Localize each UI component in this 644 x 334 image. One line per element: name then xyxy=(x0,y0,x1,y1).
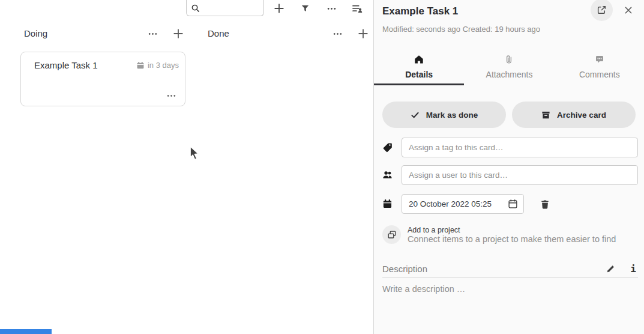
card-actions: Mark as done Archive card xyxy=(382,102,636,128)
app-window: Doing Done Example Task 1 in 3 days Exam… xyxy=(0,0,644,334)
panel-title: Example Task 1 xyxy=(382,5,458,17)
column-title-done: Done xyxy=(208,28,229,38)
search-icon xyxy=(191,4,200,13)
add-card-toolbar-button[interactable] xyxy=(272,1,286,16)
project-stack-icon xyxy=(382,225,401,244)
paperclip-icon xyxy=(504,55,514,64)
bottom-blue-bar xyxy=(0,329,52,334)
column-doing-menu-button[interactable] xyxy=(145,26,160,41)
card-title: Example Task 1 xyxy=(34,60,98,70)
info-icon: i xyxy=(630,263,636,275)
description-placeholder[interactable]: Write a description … xyxy=(382,284,465,294)
tag-icon xyxy=(382,142,402,153)
tab-details-label: Details xyxy=(405,70,433,79)
user-row xyxy=(382,165,638,185)
popout-icon xyxy=(597,5,607,15)
remove-due-date-button[interactable] xyxy=(538,198,552,211)
tab-comments[interactable]: Comments xyxy=(555,50,644,85)
add-to-project-title: Add to a project xyxy=(408,226,616,234)
calendar-icon xyxy=(382,199,402,209)
archive-icon xyxy=(541,111,550,120)
card-menu-button[interactable] xyxy=(164,90,178,101)
close-icon xyxy=(624,5,633,15)
column-done-add-button[interactable] xyxy=(355,26,371,41)
add-to-project-subtitle: Connect items to a project to make them … xyxy=(408,234,616,244)
assignee-list-icon[interactable] xyxy=(350,1,364,16)
pencil-icon xyxy=(606,264,615,273)
home-icon xyxy=(414,55,424,64)
edit-description-button[interactable] xyxy=(603,261,618,276)
column-doing-add-button[interactable] xyxy=(170,26,186,41)
column-done-menu-button[interactable] xyxy=(330,26,345,41)
description-divider xyxy=(382,277,638,278)
description-label: Description xyxy=(382,264,603,274)
filter-icon[interactable] xyxy=(298,1,312,16)
panel-tabs: Details Attachments Comments xyxy=(374,50,644,85)
card-due: in 3 days xyxy=(136,61,179,70)
toolbar-menu-button[interactable] xyxy=(324,1,339,16)
close-panel-button[interactable] xyxy=(621,2,636,18)
calendar-icon xyxy=(136,61,145,70)
popout-button[interactable] xyxy=(591,0,613,21)
check-icon xyxy=(411,111,420,120)
archive-card-label: Archive card xyxy=(557,111,606,120)
archive-card-button[interactable]: Archive card xyxy=(512,102,636,128)
mouse-cursor xyxy=(188,145,201,163)
kanban-board: Doing Done Example Task 1 in 3 days xyxy=(0,0,373,334)
search-input[interactable] xyxy=(203,3,263,13)
tab-details[interactable]: Details xyxy=(374,50,464,85)
calendar-outline-icon xyxy=(508,199,518,209)
users-icon xyxy=(382,170,402,180)
due-date-value: 20 October 2022 05:25 xyxy=(409,199,492,208)
mark-as-done-label: Mark as done xyxy=(426,111,478,120)
tab-attachments[interactable]: Attachments xyxy=(464,50,554,85)
tag-input[interactable] xyxy=(402,138,638,157)
task-detail-panel: Example Task 1 Modified: seconds ago Cre… xyxy=(373,0,644,334)
tag-row xyxy=(382,138,638,157)
search-box[interactable] xyxy=(186,0,264,16)
trash-icon xyxy=(540,199,550,209)
task-card[interactable]: Example Task 1 in 3 days xyxy=(20,52,185,106)
tab-attachments-label: Attachments xyxy=(486,70,533,79)
add-to-project-row[interactable]: Add to a project Connect items to a proj… xyxy=(382,225,638,244)
mark-as-done-button[interactable]: Mark as done xyxy=(382,102,506,128)
user-input[interactable] xyxy=(402,165,638,185)
tab-comments-label: Comments xyxy=(579,70,620,79)
description-info-button[interactable]: i xyxy=(626,261,640,276)
due-date-field[interactable]: 20 October 2022 05:25 xyxy=(402,194,524,214)
card-due-label: in 3 days xyxy=(148,61,179,70)
due-date-row: 20 October 2022 05:25 xyxy=(382,194,638,214)
panel-meta: Modified: seconds ago Created: 19 hours … xyxy=(382,25,540,34)
comment-icon xyxy=(595,55,604,64)
description-header: Description i xyxy=(382,263,640,275)
open-calendar-button[interactable] xyxy=(508,199,518,209)
column-title-doing: Doing xyxy=(24,28,47,38)
